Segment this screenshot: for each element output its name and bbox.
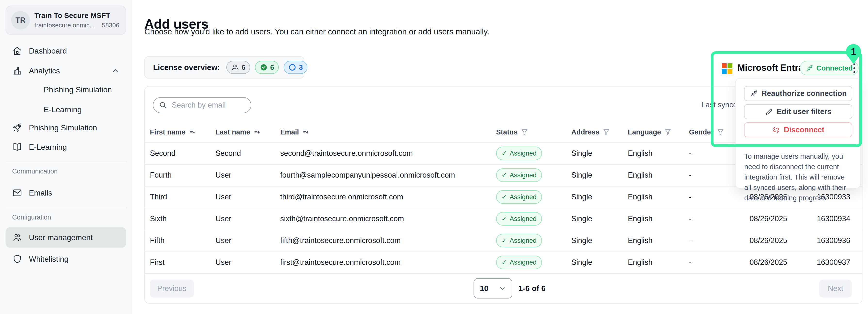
chevron-down-icon bbox=[499, 285, 506, 292]
search-box[interactable] bbox=[153, 97, 251, 113]
filter-icon[interactable] bbox=[602, 129, 610, 136]
previous-page-button[interactable]: Previous bbox=[150, 280, 194, 298]
cell-language: English bbox=[628, 208, 653, 230]
sort-icon[interactable] bbox=[302, 129, 309, 136]
column-header-status: Status bbox=[496, 121, 528, 142]
next-page-button[interactable]: Next bbox=[819, 280, 852, 298]
cell-language: English bbox=[628, 186, 653, 208]
cell-language: English bbox=[628, 251, 653, 273]
sidebar-divider bbox=[6, 208, 127, 208]
page-subtitle: Choose how you'd like to add users. You … bbox=[144, 27, 489, 36]
status-badge: ✓Assigned bbox=[496, 256, 542, 269]
cell-status: ✓Assigned bbox=[496, 230, 542, 251]
edit-user-filters-button[interactable]: Edit user filters bbox=[744, 104, 852, 119]
cell-address: Single bbox=[571, 142, 592, 164]
sidebar-item-label: Dashboard bbox=[29, 46, 67, 56]
filter-icon[interactable] bbox=[717, 129, 724, 136]
microsoft-logo bbox=[722, 63, 733, 74]
connection-status-label: Connected bbox=[816, 64, 853, 72]
app-root: TR Train To Secure MSFT traintosecure.on… bbox=[0, 0, 868, 314]
cell-address: Single bbox=[571, 251, 592, 273]
sidebar-item-user-management[interactable]: User management bbox=[6, 227, 126, 248]
org-name: Train To Secure MSFT bbox=[34, 11, 111, 20]
pagination-range: 1-6 of 6 bbox=[519, 284, 546, 293]
license-assigned-value: 6 bbox=[270, 64, 274, 71]
cell-email: fifth@traintosecure.onmicrosoft.com bbox=[280, 230, 401, 251]
cell-gender: - bbox=[689, 230, 691, 251]
sidebar-item-phishing-simulation[interactable]: Phishing Simulation bbox=[6, 118, 126, 137]
sidebar-divider bbox=[6, 162, 127, 162]
status-badge: ✓Assigned bbox=[496, 234, 542, 247]
bar-chart-icon bbox=[12, 66, 22, 76]
cell-first-name: Sixth bbox=[150, 208, 167, 230]
sidebar-item-label: E-Learning bbox=[44, 105, 82, 114]
filter-icon[interactable] bbox=[664, 129, 672, 136]
cell-status: ✓Assigned bbox=[496, 251, 542, 273]
sidebar-item-analytics[interactable]: Analytics bbox=[6, 61, 126, 80]
reauthorize-connection-button[interactable]: Reauthorize connection bbox=[744, 86, 852, 101]
pencil-icon bbox=[765, 108, 773, 116]
sidebar-item-e-learning[interactable]: E-Learning bbox=[6, 137, 126, 157]
sidebar-item-label: Analytics bbox=[29, 66, 60, 75]
table-row: Sixth User sixth@traintosecure.onmicroso… bbox=[145, 208, 862, 230]
sidebar: TR Train To Secure MSFT traintosecure.on… bbox=[0, 0, 132, 314]
annotation-badge: 1 bbox=[846, 44, 861, 59]
sidebar-item-whitelisting[interactable]: Whitelisting bbox=[6, 249, 126, 269]
sidebar-item-analytics-e-learning[interactable]: E-Learning bbox=[6, 100, 126, 119]
cell-email: fourth@samplecompanyunipessoal.onmicroso… bbox=[280, 164, 455, 186]
cell-last-name: User bbox=[215, 230, 231, 251]
status-badge: ✓Assigned bbox=[496, 147, 542, 160]
cell-email: third@traintosecure.onmicrosoft.com bbox=[280, 186, 403, 208]
sidebar-item-dashboard[interactable]: Dashboard bbox=[6, 41, 126, 61]
status-badge: ✓Assigned bbox=[496, 168, 542, 182]
cell-last-name: Second bbox=[215, 142, 241, 164]
cell-user-id: 16300936 bbox=[789, 230, 850, 251]
license-total-pill: 6 bbox=[226, 61, 250, 74]
sidebar-item-analytics-phishing-simulation[interactable]: Phishing Simulation bbox=[6, 80, 126, 99]
book-icon bbox=[12, 142, 22, 152]
cell-email: sixth@traintosecure.onmicrosoft.com bbox=[280, 208, 404, 230]
column-header-address: Address bbox=[571, 121, 610, 142]
column-header-email: Email bbox=[280, 121, 309, 142]
check-icon: ✓ bbox=[501, 171, 507, 179]
cell-language: English bbox=[628, 164, 653, 186]
cell-first-name: First bbox=[150, 251, 164, 273]
table-row: Fifth User fifth@traintosecure.onmicroso… bbox=[145, 230, 862, 252]
sort-icon[interactable] bbox=[253, 129, 260, 136]
sidebar-section-communication: Communication bbox=[12, 168, 58, 175]
org-switcher[interactable]: TR Train To Secure MSFT traintosecure.on… bbox=[6, 6, 126, 35]
sidebar-item-label: Phishing Simulation bbox=[44, 85, 112, 94]
sidebar-item-label: Emails bbox=[29, 188, 52, 198]
sort-icon[interactable] bbox=[189, 129, 196, 136]
cell-last-name: User bbox=[215, 186, 231, 208]
users-icon bbox=[231, 63, 239, 71]
org-avatar: TR bbox=[11, 11, 30, 30]
circle-icon bbox=[288, 63, 297, 71]
shield-icon bbox=[12, 254, 22, 264]
disconnect-note: To manage users manually, you need to di… bbox=[744, 151, 854, 203]
cell-first-name: Fifth bbox=[150, 230, 164, 251]
sidebar-item-label: E-Learning bbox=[29, 143, 67, 152]
page-size-select[interactable]: 10 bbox=[473, 278, 513, 299]
cell-email: first@traintosecure.onmicrosoft.com bbox=[280, 251, 401, 273]
cell-gender: - bbox=[689, 208, 691, 230]
license-overview-bar: License overview: 6 6 3 bbox=[144, 56, 305, 78]
cell-user-id: 16300934 bbox=[789, 208, 850, 230]
search-input[interactable] bbox=[171, 101, 246, 110]
column-header-first-name: First name bbox=[150, 121, 196, 142]
broken-link-icon bbox=[772, 126, 780, 134]
cell-last-name: User bbox=[215, 208, 231, 230]
cell-last-name: User bbox=[215, 251, 231, 273]
home-icon bbox=[12, 46, 22, 56]
sidebar-item-emails[interactable]: Emails bbox=[6, 183, 126, 203]
cell-address: Single bbox=[571, 186, 592, 208]
cell-gender: - bbox=[689, 164, 691, 186]
cell-last-synced: 08/26/2025 bbox=[722, 208, 787, 230]
disconnect-button[interactable]: Disconnect bbox=[744, 123, 852, 137]
cell-email: second@traintosecure.onmicrosoft.com bbox=[280, 142, 413, 164]
search-icon bbox=[159, 101, 167, 109]
cell-gender: - bbox=[689, 142, 691, 164]
cell-address: Single bbox=[571, 208, 592, 230]
plug-icon bbox=[750, 90, 758, 98]
filter-icon[interactable] bbox=[521, 129, 528, 136]
